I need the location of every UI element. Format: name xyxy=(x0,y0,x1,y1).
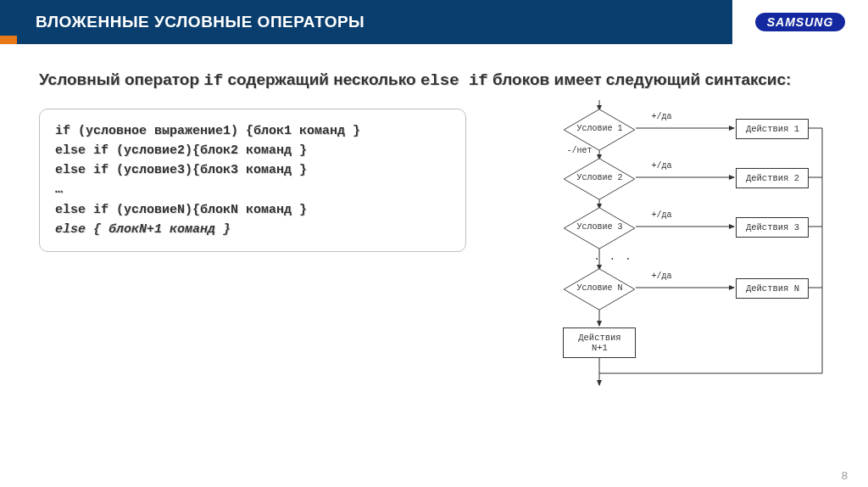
flow-action-1: Действия 1 xyxy=(736,119,809,139)
flowchart: Условие 1 +/да -/нет Действия 1 Условие … xyxy=(481,100,829,389)
edge-yes: +/да xyxy=(651,161,671,171)
code-line: … xyxy=(55,182,63,197)
accent-bar xyxy=(0,36,17,44)
code-line: else { блокN+1 команд } xyxy=(55,222,231,237)
flow-action-2: Действия 2 xyxy=(736,168,809,188)
intro-seg: блоков имеет следующий синтаксис: xyxy=(488,70,792,88)
flow-action-3: Действия 3 xyxy=(736,217,809,238)
intro-seg: Условный оператор xyxy=(39,70,203,88)
edge-yes: +/да xyxy=(651,112,671,121)
code-line: else if (условие2){блок2 команд } xyxy=(55,143,307,158)
edge-no: -/нет xyxy=(566,146,592,155)
flow-condition-n: Условие N xyxy=(563,268,636,311)
samsung-logo: SAMSUNG xyxy=(755,13,846,31)
condition-label: Условие 1 xyxy=(563,124,636,133)
flow-condition-2: Условие 2 xyxy=(563,158,636,200)
flow-condition-1: Условие 1 xyxy=(563,109,636,151)
flow-action-n: Действия N xyxy=(736,278,809,299)
ellipsis: . . . xyxy=(593,251,632,263)
condition-label: Условие 3 xyxy=(563,222,636,232)
code-line: if (условное выражение1) {блок1 команд } xyxy=(55,124,360,138)
intro-text: Условный оператор if содержащий нескольк… xyxy=(39,68,829,93)
code-block: if (условное выражение1) {блок1 команд }… xyxy=(39,109,466,253)
flow-condition-3: Условие 3 xyxy=(563,207,636,249)
slide-title: ВЛОЖЕННЫЕ УСЛОВНЫЕ ОПЕРАТОРЫ xyxy=(36,13,364,31)
page-number: 8 xyxy=(842,469,848,482)
condition-label: Условие 2 xyxy=(563,173,636,182)
slide-header: ВЛОЖЕННЫЕ УСЛОВНЫЕ ОПЕРАТОРЫ SAMSUNG xyxy=(0,0,868,44)
keyword-if: if xyxy=(203,71,223,90)
condition-label: Условие N xyxy=(563,283,636,293)
code-line: else if (условиеN){блокN команд } xyxy=(55,203,307,217)
slide-content: Условный оператор if содержащий нескольк… xyxy=(0,44,868,389)
code-line: else if (условие3){блок3 команд } xyxy=(55,163,307,177)
intro-seg: содержащий несколько xyxy=(223,70,420,88)
flow-action-final: Действия N+1 xyxy=(563,327,636,358)
content-row: if (условное выражение1) {блок1 команд }… xyxy=(39,109,829,389)
edge-yes: +/да xyxy=(651,210,671,220)
keyword-elseif: else if xyxy=(420,71,488,90)
logo-container: SAMSUNG xyxy=(732,0,868,44)
edge-yes: +/да xyxy=(651,271,671,281)
flow-lines xyxy=(481,100,829,389)
